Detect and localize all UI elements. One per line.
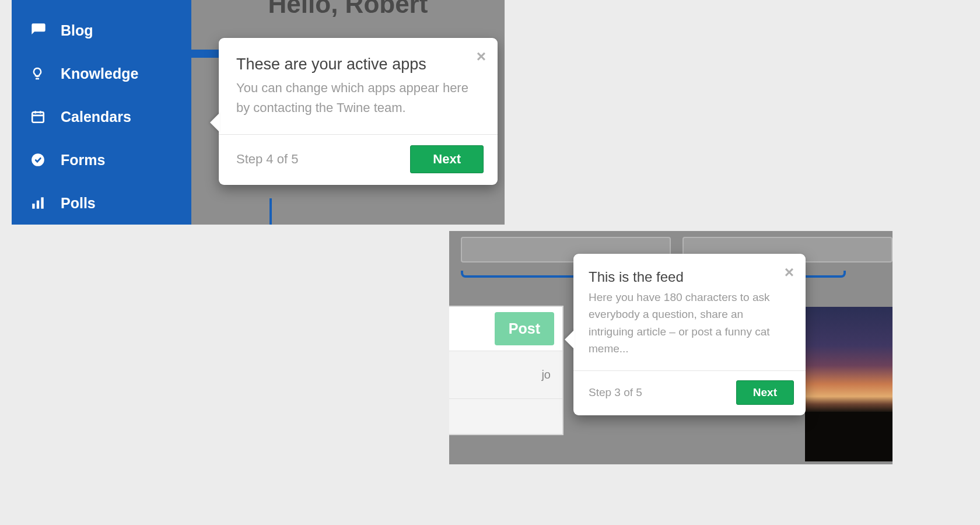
calendar-icon: [30, 109, 50, 124]
popover-title: These are your active apps: [219, 38, 498, 78]
sidebar-item-label: Forms: [61, 152, 105, 169]
feed-compose-card: Post jo: [449, 306, 564, 435]
sidebar-item-label: Knowledge: [61, 65, 138, 82]
sidebar-item-label: Polls: [61, 195, 96, 212]
sidebar-item-knowledge[interactable]: Knowledge: [12, 52, 191, 95]
popover-body: You can change which apps appear here by…: [219, 78, 498, 134]
feed-row-text-fragment: jo: [541, 368, 551, 382]
sidebar-item-calendars[interactable]: Calendars: [12, 95, 191, 138]
sidebar-item-label: Blog: [61, 22, 93, 39]
screenshot-active-apps: Blog Knowledge Calendars Forms Polls: [12, 0, 505, 225]
popover-title: This is the feed: [573, 254, 806, 289]
close-icon[interactable]: ×: [477, 48, 486, 65]
svg-point-1: [32, 153, 44, 166]
sidebar: Blog Knowledge Calendars Forms Polls: [12, 0, 191, 225]
close-icon[interactable]: ×: [785, 264, 794, 281]
post-button[interactable]: Post: [495, 312, 554, 345]
tour-popover-apps: × These are your active apps You can cha…: [219, 38, 498, 185]
popover-body: Here you have 180 characters to ask ever…: [573, 289, 806, 370]
next-button[interactable]: Next: [410, 145, 484, 173]
popover-footer: Step 4 of 5 Next: [219, 134, 498, 185]
step-indicator: Step 4 of 5: [236, 152, 298, 167]
svg-rect-0: [32, 112, 44, 122]
divider-line: [270, 198, 272, 225]
sidebar-item-blog[interactable]: Blog: [12, 9, 191, 52]
next-button[interactable]: Next: [736, 380, 794, 405]
tour-popover-feed: × This is the feed Here you have 180 cha…: [573, 254, 806, 415]
bar-chart-icon: [30, 195, 50, 211]
sidebar-item-polls[interactable]: Polls: [12, 181, 191, 225]
chat-icon: [30, 22, 50, 38]
feed-row: [449, 399, 562, 434]
screenshot-feed: Post jo × This is the feed Here you have…: [449, 231, 892, 464]
feed-image-thumbnail: [805, 307, 892, 461]
step-indicator: Step 3 of 5: [589, 386, 642, 399]
sidebar-item-label: Calendars: [61, 108, 131, 125]
svg-rect-4: [41, 197, 43, 209]
sidebar-item-forms[interactable]: Forms: [12, 138, 191, 181]
bulb-icon: [30, 65, 50, 82]
svg-rect-3: [37, 201, 39, 209]
feed-row: jo: [449, 351, 562, 399]
svg-rect-2: [32, 204, 34, 209]
compose-row: Post: [449, 307, 562, 351]
popover-footer: Step 3 of 5 Next: [573, 370, 806, 415]
greeting-title: Hello, Robert: [191, 0, 505, 19]
check-circle-icon: [30, 152, 50, 167]
